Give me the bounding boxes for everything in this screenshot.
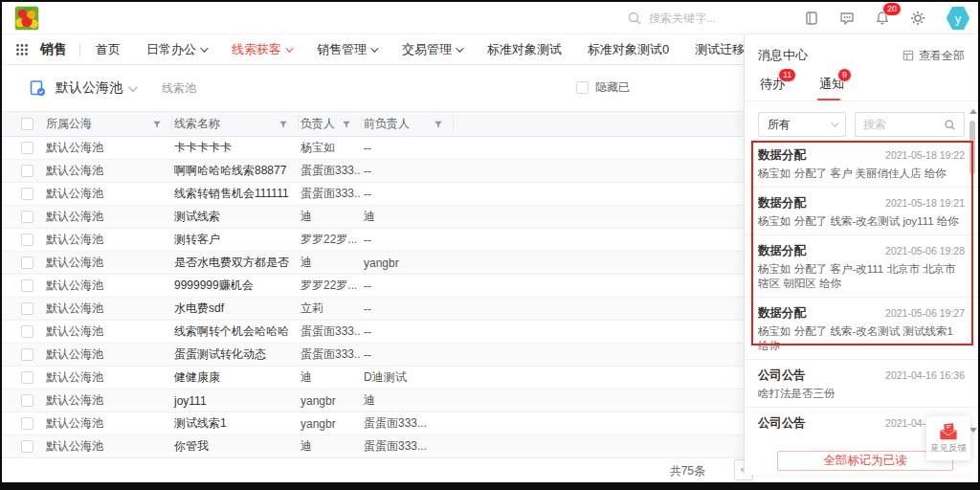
row-checkbox-cell <box>2 188 44 200</box>
row-checkbox-cell <box>2 211 44 223</box>
table-row[interactable]: 默认公海池 joy111 yangbr 迪 <box>2 390 744 412</box>
row-checkbox[interactable] <box>21 417 33 430</box>
gear-icon[interactable] <box>910 11 925 26</box>
table-row[interactable]: 默认公海池 测试线索1 yangbr 蛋蛋面333... <box>2 412 744 435</box>
pool-selector[interactable]: 默认公海池 <box>56 79 122 97</box>
scrollbar-thumb[interactable] <box>969 121 975 174</box>
cell-lead-name[interactable]: 线索转销售机会111111 <box>172 186 299 202</box>
row-checkbox[interactable] <box>21 325 33 338</box>
table-row[interactable]: 默认公海池 卡卡卡卡卡 杨宝如 -- <box>2 137 744 160</box>
cell-lead-name[interactable]: 测试线索1 <box>172 415 299 432</box>
cell-lead-name[interactable]: 你管我 <box>172 438 299 455</box>
app-window: 20 y 销售 首页 日常办公 线索获客 <box>0 0 980 490</box>
table-row[interactable]: 默认公海池 健健康康 迪 D迪测试 <box>2 367 744 390</box>
view-all-button[interactable]: 查看全部 <box>902 48 965 64</box>
row-checkbox-cell <box>2 417 44 430</box>
notification-item[interactable]: 数据分配 2021-05-06 19:27 杨宝如 分配了 线索-改名测试 测试… <box>745 298 978 360</box>
chevron-down-icon <box>456 44 463 52</box>
table-row[interactable]: 默认公海池 线索啊转个机会哈哈哈 蛋蛋面333... -- <box>2 321 744 344</box>
nav-item[interactable]: 标准对象测试0 <box>588 41 669 58</box>
table-row[interactable]: 默认公海池 蛋蛋测试转化动态 蛋蛋面333... -- <box>2 344 744 367</box>
chevron-down-icon[interactable] <box>128 82 138 92</box>
scroll-down-arrow[interactable] <box>969 428 977 433</box>
row-checkbox[interactable] <box>21 211 33 223</box>
table-row[interactable]: 默认公海池 啊啊哈哈哈线索88877 蛋蛋面333... -- <box>2 160 744 183</box>
table-row[interactable]: 默认公海池 是否水电费双方都是否 迪 yangbr <box>2 252 744 275</box>
cell-owner: 迪 <box>299 438 362 455</box>
pool-toolbar: 默认公海池 线索池 隐藏已 <box>2 65 744 111</box>
cell-lead-name[interactable]: 水电费sdf <box>172 301 299 317</box>
avatar[interactable]: y <box>946 6 970 31</box>
table-row[interactable]: 默认公海池 测试线索 迪 迪 <box>2 206 744 229</box>
notebook-icon[interactable] <box>804 11 819 26</box>
nav-item[interactable]: 线索获客 <box>232 41 291 58</box>
nav-item-label: 标准对象测试0 <box>588 41 669 58</box>
select-all-checkbox[interactable] <box>21 118 33 130</box>
cell-lead-name[interactable]: 线索啊转个机会哈哈哈 <box>172 323 299 340</box>
cell-lead-name[interactable]: 啊啊哈哈哈线索88877 <box>172 163 299 179</box>
row-checkbox[interactable] <box>21 234 33 246</box>
tab-todo[interactable]: 待办 11 <box>758 76 787 100</box>
hide-converted-toggle[interactable]: 隐藏已 <box>576 79 630 96</box>
row-checkbox[interactable] <box>21 371 33 384</box>
notification-item[interactable]: 数据分配 2021-05-18 19:21 杨宝如 分配了 线索-改名测试 jo… <box>745 188 978 235</box>
chat-icon[interactable] <box>839 11 855 26</box>
envelope-icon <box>938 423 959 440</box>
row-checkbox[interactable] <box>21 348 33 361</box>
notification-item[interactable]: 数据分配 2021-05-18 19:22 杨宝如 分配了 客户 美丽俏佳人店 … <box>745 140 978 188</box>
notification-type: 数据分配 <box>758 305 806 322</box>
row-checkbox[interactable] <box>21 440 33 453</box>
table-row[interactable]: 默认公海池 9999999赚机会 罗罗22罗... -- <box>2 275 744 298</box>
cell-lead-name[interactable]: 健健康康 <box>172 369 299 386</box>
row-checkbox[interactable] <box>21 142 33 154</box>
feedback-widget[interactable]: 意见反馈 <box>926 416 970 460</box>
row-checkbox[interactable] <box>21 279 33 292</box>
cell-lead-name[interactable]: 9999999赚机会 <box>172 278 299 294</box>
nav-item[interactable]: 交易管理 <box>402 41 461 58</box>
row-checkbox[interactable] <box>21 256 33 269</box>
table-row[interactable]: 默认公海池 你管我 迪 蛋蛋面333... <box>2 435 744 458</box>
row-checkbox[interactable] <box>21 302 33 315</box>
scroll-up-arrow[interactable] <box>969 109 977 114</box>
cell-lead-name[interactable]: 是否水电费双方都是否 <box>172 255 299 271</box>
nav-item[interactable]: 首页 <box>96 41 121 58</box>
notification-header: 数据分配 2021-05-18 19:21 <box>758 195 965 211</box>
grid-apps-icon[interactable] <box>15 43 29 56</box>
cell-pool: 默认公海池 <box>44 209 172 225</box>
notifications-bell[interactable]: 20 <box>875 11 890 26</box>
filter-funnel-icon[interactable] <box>342 120 351 129</box>
table-row[interactable]: 默认公海池 测转客户 罗罗22罗... -- <box>2 229 744 252</box>
filter-funnel-icon[interactable] <box>434 120 443 129</box>
topbar: 20 y <box>2 2 978 34</box>
notification-item[interactable]: 公司公告 2021-04-16 16:36 啥打法是否三份 <box>745 360 978 408</box>
nav-item[interactable]: 销售管理 <box>317 41 376 58</box>
row-checkbox[interactable] <box>21 394 33 407</box>
table-body: 默认公海池 卡卡卡卡卡 杨宝如 -- 默认公海池 啊啊哈哈哈线索88877 蛋蛋… <box>2 137 744 458</box>
cell-lead-name[interactable]: 蛋蛋测试转化动态 <box>172 346 299 363</box>
cell-lead-name[interactable]: 测试线索 <box>172 209 299 225</box>
cell-lead-name[interactable]: joy111 <box>172 394 299 408</box>
type-filter-select[interactable]: 所有 <box>758 112 846 137</box>
cell-lead-name[interactable]: 测转客户 <box>172 232 299 248</box>
nav-item[interactable]: 标准对象测试 <box>487 41 562 58</box>
search-icon[interactable] <box>944 119 956 131</box>
nav-item[interactable]: 日常办公 <box>146 41 206 58</box>
company-logo[interactable] <box>14 6 39 31</box>
panel-search <box>855 112 965 137</box>
hide-converted-checkbox[interactable] <box>576 81 589 94</box>
pool-edit-icon[interactable] <box>29 79 46 97</box>
search-icon <box>627 11 642 26</box>
filter-funnel-icon[interactable] <box>152 120 162 129</box>
filter-funnel-icon[interactable] <box>278 120 288 129</box>
panel-search-input[interactable] <box>863 118 938 131</box>
table-row[interactable]: 默认公海池 线索转销售机会111111 蛋蛋面333... -- <box>2 183 744 206</box>
row-checkbox[interactable] <box>21 188 33 200</box>
global-search-input[interactable] <box>649 11 792 25</box>
table-row[interactable]: 默认公海池 水电费sdf 立莉 -- <box>2 298 744 321</box>
row-checkbox-cell <box>2 325 44 338</box>
tab-notifications[interactable]: 通知 9 <box>817 76 846 100</box>
row-checkbox[interactable] <box>21 165 33 177</box>
header-owner: 负责人 <box>299 117 362 131</box>
cell-lead-name[interactable]: 卡卡卡卡卡 <box>172 140 299 156</box>
notification-item[interactable]: 数据分配 2021-05-06 19:28 杨宝如 分配了 客户-改111 北京… <box>745 235 978 298</box>
